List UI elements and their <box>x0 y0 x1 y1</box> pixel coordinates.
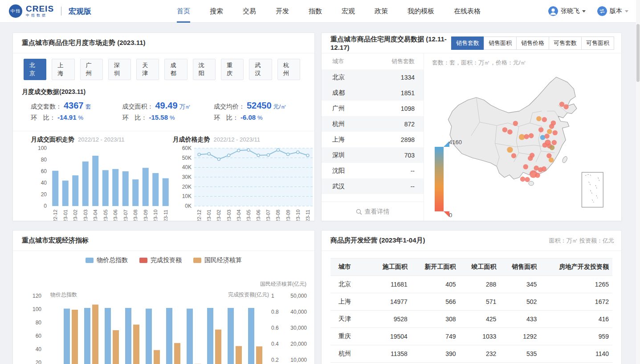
nav-item[interactable]: 政策 <box>375 0 388 23</box>
city-dot[interactable] <box>507 129 512 134</box>
monthly-stats: 月度成交数据(2023.11) 成交套数：4367套环 比：-14.91%成交面… <box>13 84 314 131</box>
nav-item[interactable]: 指数 <box>309 0 322 23</box>
city-dot[interactable] <box>547 129 552 134</box>
city-dot[interactable] <box>552 140 557 145</box>
city-dot[interactable] <box>529 133 534 138</box>
nav-item[interactable]: 宏观 <box>342 0 355 23</box>
nav-item[interactable]: 在线表格 <box>454 0 481 23</box>
svg-text:30,000: 30,000 <box>290 325 307 331</box>
svg-text:2023-08: 2023-08 <box>275 210 281 221</box>
city-tab[interactable]: 成都 <box>164 59 187 80</box>
nav-item[interactable]: 首页 <box>177 0 190 23</box>
weekly-tab[interactable]: 销售价格 <box>516 36 549 50</box>
monthly-trend-panel: 重点城市商品住宅月度市场走势 (2023.11) 北京上海广州深圳天津成都沈阳重… <box>12 32 315 221</box>
city-dot[interactable] <box>550 145 554 150</box>
weekly-tab[interactable]: 可售套数 <box>549 36 582 50</box>
city-dot[interactable] <box>563 104 568 109</box>
panel-title: 重点城市商品住宅周度交易数据 (12.11-12.17) <box>330 35 452 51</box>
table-row: 上海149775665715021672 <box>330 293 612 311</box>
svg-text:0.2: 0.2 <box>271 357 279 363</box>
table-row: 北京116814052883451265 <box>330 276 612 293</box>
svg-text:40,000: 40,000 <box>290 309 307 315</box>
weekly-tab[interactable]: 可售面积 <box>581 36 614 50</box>
panel-title: 重点城市宏观经济指标 <box>22 236 89 245</box>
city-dot[interactable] <box>507 147 513 153</box>
table-row[interactable]: 广州1098 <box>322 101 424 116</box>
city-dot[interactable] <box>544 133 549 138</box>
user-menu[interactable]: 张晓飞 <box>548 6 586 16</box>
svg-text:0.8: 0.8 <box>271 309 279 315</box>
city-dot[interactable] <box>542 166 546 171</box>
city-dot[interactable] <box>520 177 525 182</box>
svg-text:2023-07: 2023-07 <box>123 210 128 221</box>
city-dot[interactable] <box>502 127 507 132</box>
city-dot[interactable] <box>536 116 541 121</box>
svg-text:40K: 40K <box>182 164 191 170</box>
city-tab[interactable]: 重庆 <box>221 59 244 80</box>
weekly-transaction-panel: 重点城市商品住宅周度交易数据 (12.11-12.17) 销售套数销售面积销售价… <box>321 32 622 221</box>
city-tab[interactable]: 杭州 <box>277 59 300 80</box>
city-dot[interactable] <box>538 127 543 132</box>
stat-block: 成交面积：49.49万㎡环 比：-15.58% <box>122 101 213 125</box>
table-row[interactable]: 杭州872 <box>322 116 424 132</box>
city-tab[interactable]: 深圳 <box>108 59 131 80</box>
table-row[interactable]: 武汉-- <box>322 178 424 194</box>
svg-text:2023-06: 2023-06 <box>256 210 261 221</box>
city-dot[interactable] <box>519 134 525 140</box>
city-dot[interactable] <box>535 173 540 178</box>
city-dot[interactable] <box>549 124 554 129</box>
city-dot[interactable] <box>511 153 516 158</box>
view-details-link[interactable]: 查看详情 <box>322 202 424 221</box>
city-tab[interactable]: 北京 <box>24 59 46 80</box>
svg-text:0: 0 <box>44 203 47 209</box>
svg-text:60: 60 <box>41 168 47 174</box>
city-dot[interactable] <box>513 121 518 126</box>
right-inner-axis-label: 完成投资额(亿元) <box>228 291 269 299</box>
weekly-metric-tabs: 销售套数销售面积销售价格可售套数可售面积 <box>452 36 614 50</box>
table-header: 城市销售套数 <box>322 53 424 69</box>
table-row[interactable]: 成都1851 <box>322 85 424 101</box>
city-dot[interactable] <box>524 134 529 139</box>
city-dot[interactable] <box>523 164 528 169</box>
version-menu[interactable]: 版本 <box>597 6 628 16</box>
city-dot[interactable] <box>542 142 547 147</box>
brand-logo[interactable]: 中指 CREIS 中指数据 宏观版 <box>9 4 91 18</box>
city-tab[interactable]: 武汉 <box>249 59 272 80</box>
city-tab[interactable]: 上海 <box>52 59 74 80</box>
chart-legend: 物价总指数完成投资额国民经济核算 <box>18 256 309 264</box>
chart-subtitle: 2022/12 - 2023/11 <box>78 136 125 143</box>
legend-item[interactable]: 完成投资额 <box>139 256 182 264</box>
city-dot[interactable] <box>549 158 554 162</box>
panel-title: 重点城市商品住宅月度市场走势 (2023.11) <box>22 39 146 47</box>
table-row[interactable]: 北京1334 <box>322 69 424 85</box>
stat-block: 成交套数：4367套环 比：-14.91% <box>31 101 122 125</box>
svg-text:2023-01: 2023-01 <box>206 210 212 221</box>
svg-text:120: 120 <box>33 293 41 299</box>
svg-text:10,000: 10,000 <box>290 357 307 363</box>
city-tab[interactable]: 沈阳 <box>193 59 216 80</box>
city-dot[interactable] <box>559 102 564 107</box>
nav-item[interactable]: 搜索 <box>210 0 223 23</box>
city-dot[interactable] <box>528 156 533 161</box>
table-row[interactable]: 上海2898 <box>322 132 424 147</box>
scrollbar-thumb[interactable] <box>636 24 640 82</box>
legend-item[interactable]: 物价总指数 <box>86 256 128 264</box>
city-dot[interactable] <box>525 177 530 182</box>
monthly-price-chart: 0K10K20K30K40K50K60K2022-122023-012023-0… <box>173 144 314 221</box>
table-row[interactable]: 深圳703 <box>322 147 424 163</box>
svg-text:2023-10: 2023-10 <box>295 210 300 221</box>
city-dot[interactable] <box>542 117 547 122</box>
svg-text:0.6: 0.6 <box>271 325 279 331</box>
nav-item[interactable]: 我的模板 <box>408 0 434 23</box>
weekly-tab[interactable]: 销售套数 <box>451 36 484 50</box>
legend-item[interactable]: 国民经济核算 <box>193 256 242 264</box>
nav-item[interactable]: 交易 <box>243 0 256 23</box>
city-tab[interactable]: 天津 <box>136 59 159 80</box>
city-dot[interactable] <box>552 130 557 135</box>
city-tab[interactable]: 广州 <box>80 59 103 80</box>
nav-item[interactable]: 开发 <box>276 0 289 23</box>
scrollbar[interactable] <box>636 0 640 364</box>
table-row[interactable]: 沈阳-- <box>322 163 424 178</box>
svg-text:20K: 20K <box>182 184 191 190</box>
weekly-tab[interactable]: 销售面积 <box>484 36 517 50</box>
